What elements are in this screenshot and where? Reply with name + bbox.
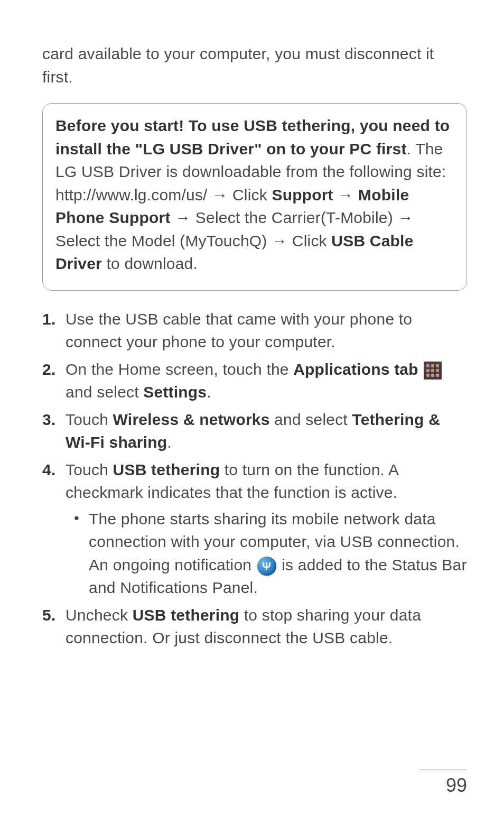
note-bold-1: Before you start! To use USB tethering, … <box>55 117 450 158</box>
step-3-text-e: . <box>167 433 172 451</box>
step-2: On the Home screen, touch the Applicatio… <box>42 358 467 404</box>
step-2-bold-d: Settings <box>143 383 207 401</box>
step-3-text-c: and select <box>270 411 352 428</box>
step-1: Use the USB cable that came with your ph… <box>42 308 467 354</box>
step-2-text-e: . <box>207 383 211 401</box>
step-5: Uncheck USB tethering to stop sharing yo… <box>42 604 467 650</box>
step-3: Touch Wireless & networks and select Tet… <box>42 408 467 454</box>
step-2-bold-b: Applications tab <box>293 360 418 378</box>
step-4-bullet: The phone starts sharing its mobile netw… <box>66 507 467 599</box>
applications-tab-icon <box>424 362 442 380</box>
step-4: Touch USB tethering to turn on the funct… <box>42 458 467 599</box>
step-2-text-a: On the Home screen, touch the <box>66 360 293 378</box>
intro-paragraph: card available to your computer, you mus… <box>42 42 467 88</box>
note-bold-2: Support <box>272 186 333 204</box>
step-1-text: Use the USB cable that came with your ph… <box>66 310 412 351</box>
step-5-text-a: Uncheck <box>66 606 133 624</box>
step-4-bold-b: USB tethering <box>113 461 220 478</box>
usb-notification-icon <box>257 557 276 576</box>
step-3-text-a: Touch <box>66 411 113 428</box>
step-3-bold-b: Wireless & networks <box>113 411 270 428</box>
note-text-4: to download. <box>102 255 198 272</box>
step-4-text-a: Touch <box>66 461 113 478</box>
page-footer: 99 <box>419 770 467 797</box>
steps-list: Use the USB cable that came with your ph… <box>42 308 467 650</box>
note-text-2: → <box>333 186 358 204</box>
page-footer-line <box>419 770 467 771</box>
note-box: Before you start! To use USB tethering, … <box>42 103 467 291</box>
step-5-bold-b: USB tethering <box>133 606 240 624</box>
step-2-text-c: and select <box>66 383 143 401</box>
page-number: 99 <box>419 774 467 797</box>
